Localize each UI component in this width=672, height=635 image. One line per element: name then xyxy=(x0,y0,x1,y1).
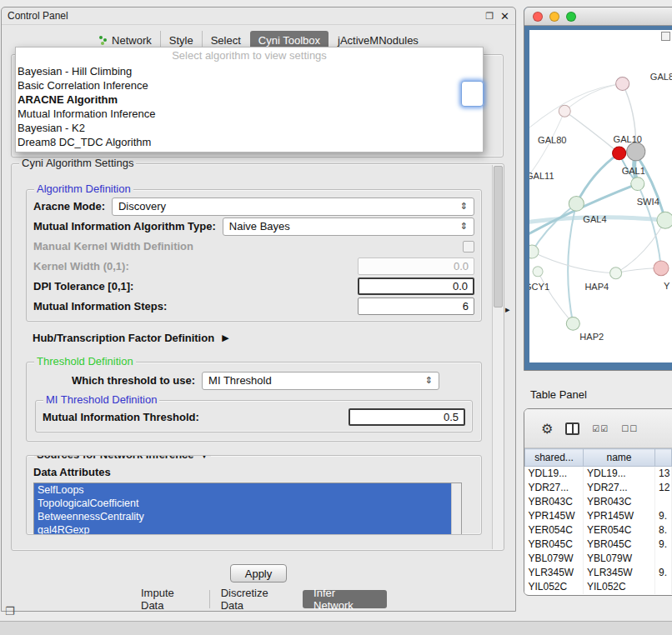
table-panel-window: ⚙ ☑☑ ☐☐ shared...name YDL19...YDL19...13… xyxy=(524,408,672,596)
dpi-tolerance-input[interactable] xyxy=(358,278,474,295)
network-node[interactable] xyxy=(613,147,626,160)
list-scrollbar[interactable] xyxy=(451,483,461,535)
bottom-tab-infer-network[interactable]: Infer Network xyxy=(303,590,387,608)
network-node[interactable] xyxy=(610,268,622,279)
network-node[interactable] xyxy=(654,261,669,276)
table-cell: 9. xyxy=(655,566,672,580)
manual-kernel-checkbox[interactable] xyxy=(463,241,474,252)
table-row[interactable]: YDL19...YDL19...13 xyxy=(525,467,672,481)
network-edge[interactable] xyxy=(576,153,619,204)
table-body: YDL19...YDL19...13YDR27...YDR27...12YBR0… xyxy=(525,467,672,594)
table-row[interactable]: YER054CYER054C8. xyxy=(525,523,672,538)
manual-kernel-row: Manual Kernel Width Definition xyxy=(33,238,474,255)
mi-type-select[interactable]: Naive Bayes ⇕ xyxy=(223,218,474,236)
apply-button[interactable]: Apply xyxy=(230,564,287,582)
mi-type-value: Naive Bayes xyxy=(229,220,290,232)
dpi-tolerance-row: DPI Tolerance [0,1]: xyxy=(33,278,474,295)
column-header-shared[interactable]: shared... xyxy=(525,449,584,467)
network-node[interactable] xyxy=(529,245,539,258)
table-row[interactable]: YIL052CYIL052C xyxy=(525,580,672,594)
close-window-button[interactable] xyxy=(533,12,543,22)
network-node[interactable] xyxy=(631,178,644,191)
close-icon[interactable]: ✕ xyxy=(500,10,509,22)
which-threshold-select[interactable]: MI Threshold ⇕ xyxy=(202,372,439,390)
network-window-titlebar[interactable] xyxy=(524,8,672,26)
attribute-item-betweennesscentrality[interactable]: BetweennessCentrality xyxy=(34,510,451,523)
network-canvas[interactable]: GAL8GAL80GAL10GAL11GAL1SWI4GAL4GCY1HAP4Y… xyxy=(529,30,672,362)
table-cell: YDL19... xyxy=(584,467,655,481)
table-row[interactable]: YBR043CYBR043C xyxy=(525,495,672,509)
algorithm-option-bayesian-hill-climbing[interactable]: Bayesian - Hill Climbing xyxy=(16,64,483,78)
minimize-window-button[interactable] xyxy=(549,12,559,22)
aracne-mode-row: Aracne Mode: Discovery ⇕ xyxy=(33,198,474,215)
table-cell xyxy=(655,580,672,594)
network-node[interactable] xyxy=(616,78,629,91)
node-label-gal80: GAL80 xyxy=(538,135,566,145)
network-node[interactable] xyxy=(566,317,579,330)
network-edge[interactable] xyxy=(564,111,619,153)
bottom-tab-discretize-data[interactable]: Discretize Data xyxy=(209,590,303,608)
deselect-all-columns-icon[interactable]: ☐☐ xyxy=(621,424,638,433)
splitter-collapse-icon[interactable]: ▸ xyxy=(505,304,510,315)
attribute-item-selfloops[interactable]: SelfLoops xyxy=(34,483,451,497)
network-node[interactable] xyxy=(533,267,543,277)
algorithm-option-bayesian-k2[interactable]: Bayesian - K2 xyxy=(16,121,483,135)
zoom-window-button[interactable] xyxy=(566,12,576,22)
settings-scrollbar[interactable] xyxy=(492,165,504,549)
float-window-icon[interactable]: ❐ xyxy=(485,11,494,22)
node-attribute-table: shared...name YDL19...YDL19...13YDR27...… xyxy=(524,448,672,594)
table-panel-title: Table Panel xyxy=(530,388,587,401)
mi-steps-label: Mutual Information Steps: xyxy=(33,300,167,312)
algorithm-option-basic-correlation-inference[interactable]: Basic Correlation Inference xyxy=(16,78,483,92)
dpi-tolerance-label: DPI Tolerance [0,1]: xyxy=(33,280,133,292)
table-cell: 9. xyxy=(655,509,672,523)
mi-threshold-definition-group: MI Threshold Definition Mutual Informati… xyxy=(35,400,473,432)
table-cell: 13 xyxy=(655,467,672,481)
data-attributes-list[interactable]: SelfLoopsTopologicalCoefficientBetweenne… xyxy=(33,482,462,535)
bottom-tab-impute-data[interactable]: Impute Data xyxy=(130,590,209,608)
table-row[interactable]: YDR27...YDR27...12 xyxy=(525,481,672,495)
table-row[interactable]: YBL079WYBL079W xyxy=(525,552,672,566)
attribute-item-gal4rgexp[interactable]: gal4RGexp xyxy=(34,523,451,535)
network-graph[interactable]: GAL8GAL80GAL10GAL11GAL1SWI4GAL4GCY1HAP4Y… xyxy=(529,30,672,362)
mi-threshold-input[interactable] xyxy=(349,408,465,426)
columns-icon[interactable] xyxy=(565,422,579,435)
which-threshold-value: MI Threshold xyxy=(208,374,272,387)
select-all-columns-icon[interactable]: ☑☑ xyxy=(592,424,609,433)
stepper-icon: ⇕ xyxy=(460,221,468,232)
network-node[interactable] xyxy=(657,212,672,228)
aracne-mode-label: Aracne Mode: xyxy=(33,200,105,212)
table-cell: 8. xyxy=(655,523,672,538)
network-edge[interactable] xyxy=(568,203,576,323)
network-node[interactable] xyxy=(559,105,570,117)
table-row[interactable]: YPR145WYPR145W9. xyxy=(525,509,672,523)
column-header-blank[interactable] xyxy=(655,449,672,467)
column-header-name[interactable]: name xyxy=(584,449,655,467)
attribute-item-topologicalcoefficient[interactable]: TopologicalCoefficient xyxy=(34,497,451,510)
gear-icon[interactable]: ⚙ xyxy=(541,421,553,437)
network-edge[interactable] xyxy=(564,84,622,112)
table-cell: YBR045C xyxy=(525,538,584,552)
network-node[interactable] xyxy=(627,142,645,161)
table-row[interactable]: YBR045CYBR045C9. xyxy=(525,538,672,552)
table-toolbar: ⚙ ☑☑ ☐☐ xyxy=(524,409,672,448)
scrollbar-thumb[interactable] xyxy=(494,166,503,308)
table-row[interactable]: YLR345WYLR345W9. xyxy=(525,566,672,580)
node-label-gal11: GAL11 xyxy=(529,171,554,181)
birdseye-toggle[interactable] xyxy=(661,32,670,41)
algorithm-option-dream8-dc-tdc-algorithm[interactable]: Dream8 DC_TDC Algorithm xyxy=(16,135,483,149)
network-node[interactable] xyxy=(569,197,584,212)
threshold-definition-title: Threshold Definition xyxy=(34,355,136,368)
network-edge[interactable] xyxy=(529,84,623,128)
hub-definition-section[interactable]: Hub/Transcription Factor Definition ▶ xyxy=(33,330,482,345)
mi-steps-input[interactable] xyxy=(358,298,474,315)
stepper-icon: ⇕ xyxy=(460,201,468,212)
algorithm-option-mutual-information-inference[interactable]: Mutual Information Inference xyxy=(16,107,483,121)
network-edge[interactable] xyxy=(532,252,616,273)
mi-type-row: Mutual Information Algorithm Type: Naive… xyxy=(33,218,474,235)
kernel-width-input[interactable] xyxy=(358,258,474,275)
aracne-mode-select[interactable]: Discovery ⇕ xyxy=(112,198,474,216)
docked-panel-icon[interactable]: ❐ xyxy=(5,605,15,618)
algorithm-option-aracne-algorithm[interactable]: ARACNE Algorithm xyxy=(16,92,483,107)
sources-title[interactable]: Sources for Network Inference ▼ xyxy=(34,455,211,462)
